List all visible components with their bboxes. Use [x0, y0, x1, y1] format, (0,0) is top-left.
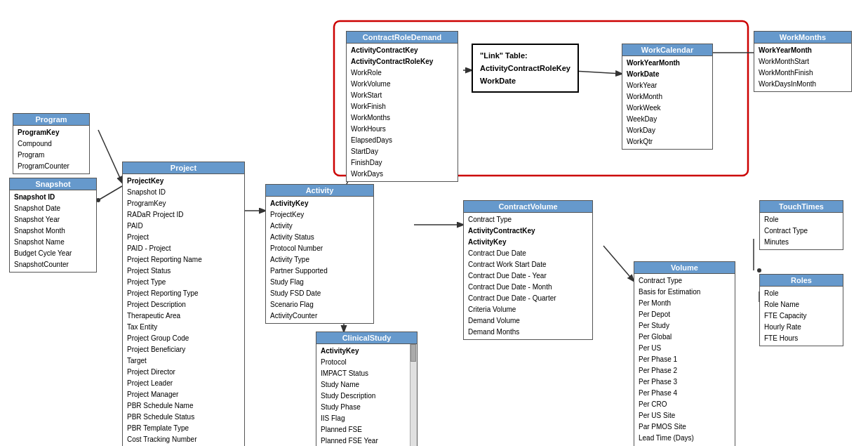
field: Contract Due Date - Year [464, 270, 592, 282]
field: WeekDay [622, 114, 712, 125]
touch-times-table: TouchTimes Role Contract Type Minutes [759, 200, 843, 250]
field: IIS Flag [316, 413, 417, 424]
field: WorkYearMonth [622, 58, 712, 69]
field: Target [123, 355, 244, 367]
field: WorkWeek [622, 103, 712, 114]
field: Per US [634, 343, 735, 354]
field: Study Phase [316, 402, 417, 413]
field: Snapshot Name [10, 237, 96, 248]
field: Contract Type [464, 214, 592, 225]
field: Per Month [634, 298, 735, 309]
field: Role [760, 288, 843, 299]
field: Snapshot Year [10, 214, 96, 225]
project-table-header: Project [123, 162, 244, 174]
field: WorkMonthFinish [754, 67, 851, 79]
field: Per Phase 2 [634, 365, 735, 376]
field: Per CRO [634, 399, 735, 410]
program-table: Program ProgramKey Compound Program Prog… [13, 113, 90, 174]
field: Per Global [634, 332, 735, 343]
field: Protocol [316, 357, 417, 368]
field: ProgramCounter [13, 161, 89, 172]
field: Basis for Estimation [634, 287, 735, 298]
work-calendar-header: WorkCalendar [622, 44, 712, 56]
field: PBR Schedule Name [123, 400, 244, 412]
field: ProgramKey [123, 198, 244, 209]
field: Role Name [760, 299, 843, 310]
field: Program [13, 150, 89, 161]
field: Planned FSE [316, 424, 417, 435]
volume-table: Volume Contract Type Basis for Estimatio… [634, 261, 735, 446]
field: Planned FSE Year [316, 435, 417, 446]
field: PAID [123, 221, 244, 232]
field: FinishDay [347, 157, 458, 169]
field: ActivityKey [266, 198, 373, 209]
touch-times-header: TouchTimes [760, 201, 843, 213]
field: ProjectKey [123, 176, 244, 187]
field: Partner Supported [266, 265, 373, 277]
field: Activity Type [266, 254, 373, 265]
field: Criteria Volume [464, 304, 592, 315]
field: Demand Months [464, 327, 592, 338]
field: WorkMonths [347, 112, 458, 124]
field: RADaR Project ID [123, 209, 244, 221]
field: Project Reporting Name [123, 254, 244, 265]
field: Contract Work Start Date [464, 259, 592, 270]
field: Scenario Flag [266, 299, 373, 310]
roles-header: Roles [760, 275, 843, 287]
field: Project Director [123, 367, 244, 378]
snapshot-table-header: Snapshot [10, 178, 96, 190]
svg-point-14 [757, 268, 761, 273]
volume-header: Volume [634, 262, 735, 274]
field: Study Name [316, 379, 417, 391]
field: Tax Entity [123, 322, 244, 333]
field: WorkHours [347, 124, 458, 135]
field: Budget Cycle Year [10, 248, 96, 259]
field: WorkMonthStart [754, 56, 851, 67]
field: Per Phase 4 [634, 388, 735, 399]
field: Project Beneficiary [123, 344, 244, 355]
field: ActivityContractKey [347, 45, 458, 56]
field: Demand Volume [464, 315, 592, 327]
field: ElapsedDays [347, 135, 458, 146]
field: ActivityCounter [266, 310, 373, 322]
field: Project [123, 232, 244, 243]
field: Project Type [123, 277, 244, 288]
field: Snapshot ID [123, 187, 244, 198]
field: ActivityKey [316, 346, 417, 357]
field: Study FSD Date [266, 288, 373, 299]
field: WorkMonth [622, 91, 712, 103]
contract-volume-table: ContractVolume Contract Type ActivityCon… [463, 200, 593, 340]
field: Contract Due Date [464, 248, 592, 259]
field: WorkYear [622, 80, 712, 91]
field: ProgramKey [13, 127, 89, 138]
roles-table: Roles Role Role Name FTE Capacity Hourly… [759, 274, 843, 346]
svg-line-2 [98, 186, 122, 200]
field: Per US Site [634, 410, 735, 421]
work-months-header: WorkMonths [754, 32, 851, 44]
field: FTE Hours [760, 333, 843, 344]
link-table-title: "Link" Table: [480, 49, 570, 62]
field: ActivityContractRoleKey [347, 56, 458, 67]
field: Protocol Number [266, 243, 373, 254]
project-table: Project ProjectKey Snapshot ID ProgramKe… [122, 162, 245, 446]
activity-table: Activity ActivityKey ProjectKey Activity… [265, 184, 374, 324]
field: Project Group Code [123, 333, 244, 344]
field: ActivityKey [464, 237, 592, 248]
field: Hourly Rate [760, 322, 843, 333]
field: Project Manager [123, 389, 244, 400]
field: Project Reporting Type [123, 288, 244, 299]
field: Contract Due Date - Month [464, 282, 592, 293]
field: WorkStart [347, 90, 458, 101]
field: WorkVolume [347, 79, 458, 90]
field: Per Phase 3 [634, 376, 735, 388]
field: Project Status [123, 265, 244, 277]
work-months-table: WorkMonths WorkYearMonth WorkMonthStart … [754, 31, 852, 92]
field: Cost Tracking Number [123, 434, 244, 445]
field: Project Leader [123, 378, 244, 389]
field: IMPACT Status [316, 368, 417, 379]
field: StartDay [347, 146, 458, 157]
svg-line-1 [98, 130, 122, 183]
field: WorkDays [347, 169, 458, 180]
field: Par PMOS Site [634, 421, 735, 433]
field: Study Flag [266, 277, 373, 288]
